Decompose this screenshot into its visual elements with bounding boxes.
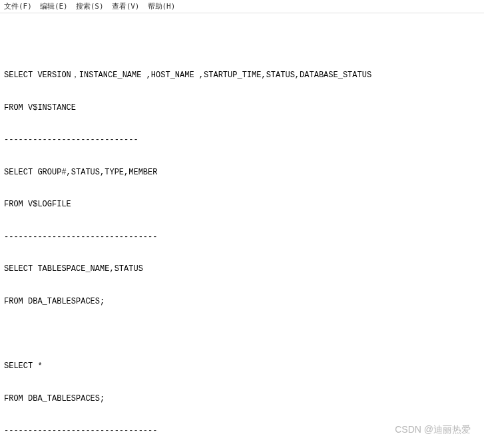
code-line: -------------------------------- bbox=[4, 232, 480, 242]
code-line: SELECT VERSION，INSTANCE_NAME ,HOST_NAME … bbox=[4, 70, 480, 81]
menu-view[interactable]: 查看(V) bbox=[111, 1, 141, 11]
code-line: FROM DBA_TABLESPACES; bbox=[4, 393, 480, 404]
code-line: FROM DBA_TABLESPACES; bbox=[4, 296, 480, 307]
code-editor[interactable]: SELECT VERSION，INSTANCE_NAME ,HOST_NAME … bbox=[0, 13, 484, 448]
menu-file[interactable]: 文件(F) bbox=[3, 1, 33, 11]
code-line bbox=[4, 37, 480, 48]
code-line: ---------------------------- bbox=[4, 134, 480, 145]
code-line: -------------------------------- bbox=[4, 425, 480, 436]
code-line: SELECT * bbox=[4, 361, 480, 371]
menu-search[interactable]: 搜索(S) bbox=[75, 1, 105, 11]
menu-edit[interactable]: 编辑(E) bbox=[39, 1, 69, 11]
code-line: SELECT GROUP#,STATUS,TYPE,MEMBER bbox=[4, 167, 480, 178]
menu-bar: 文件(F) 编辑(E) 搜索(S) 查看(V) 帮助(H) bbox=[0, 0, 484, 13]
code-line: SELECT TABLESPACE_NAME,STATUS bbox=[4, 264, 480, 274]
code-line: FROM V$INSTANCE bbox=[4, 103, 480, 113]
code-line: FROM V$LOGFILE bbox=[4, 199, 480, 210]
code-line bbox=[4, 328, 480, 339]
menu-help[interactable]: 帮助(H) bbox=[146, 1, 177, 11]
